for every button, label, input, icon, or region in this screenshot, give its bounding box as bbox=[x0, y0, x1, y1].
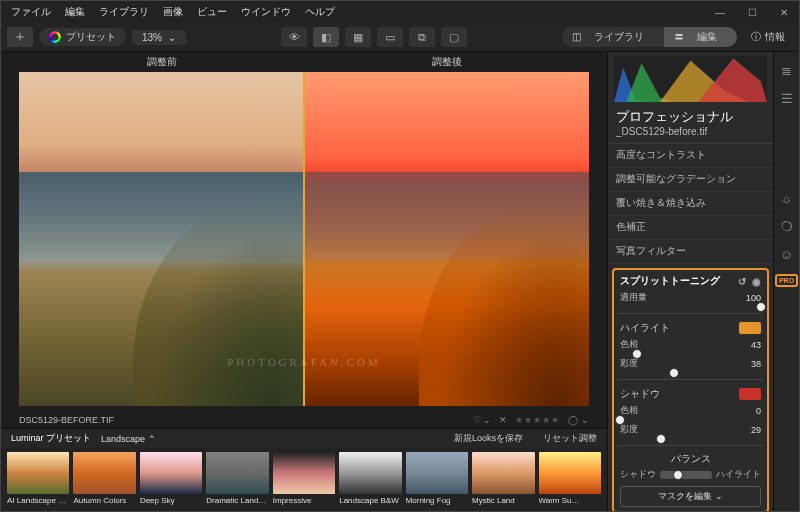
window-maximize-icon[interactable]: ☐ bbox=[747, 7, 757, 17]
toggle-visibility-icon[interactable]: ◉ bbox=[752, 276, 761, 287]
preset-thumb[interactable]: Warm Su… bbox=[539, 452, 601, 505]
menu-edit[interactable]: 編集 bbox=[65, 5, 85, 19]
menu-file[interactable]: ファイル bbox=[11, 5, 51, 19]
menu-image[interactable]: 画像 bbox=[163, 5, 183, 19]
histogram bbox=[614, 56, 767, 102]
menu-window[interactable]: ウインドウ bbox=[241, 5, 291, 19]
balance-left-label: シャドウ bbox=[620, 469, 656, 481]
tab-library[interactable]: ◫ ライブラリ bbox=[562, 27, 664, 47]
menu-view[interactable]: ビュー bbox=[197, 5, 227, 19]
highlight-swatch[interactable] bbox=[739, 322, 761, 334]
workspace-tabs: ◫ ライブラリ 〓 編集 bbox=[562, 27, 737, 47]
menubar: ファイル 編集 ライブラリ 画像 ビュー ウインドウ ヘルプ — ☐ ✕ bbox=[1, 1, 799, 23]
filename-caption: DSC5129-BEFORE.TIF bbox=[19, 415, 114, 425]
preset-filmstrip: AI Landscape E… Autumn Colors Deep Sky D… bbox=[1, 448, 607, 511]
color-tag-icon[interactable]: ◯ ⌄ bbox=[568, 415, 589, 425]
menu-help[interactable]: ヘルプ bbox=[305, 5, 335, 19]
window-close-icon[interactable]: ✕ bbox=[779, 7, 789, 17]
eye-toggle-icon[interactable]: 👁 bbox=[281, 27, 307, 47]
reset-adjust-button[interactable]: リセット調整 bbox=[543, 432, 597, 445]
preset-category[interactable]: Landscape ⌃ bbox=[101, 434, 156, 444]
tool-adv-contrast[interactable]: 高度なコントラスト bbox=[608, 144, 773, 168]
zoom-value: 13% bbox=[142, 32, 162, 43]
preset-ring-icon bbox=[49, 31, 61, 43]
highlight-heading: ハイライト bbox=[620, 322, 670, 335]
image-after bbox=[305, 72, 589, 406]
edit-panel: プロフェッショナル _DSC5129-before.tif 高度なコントラスト … bbox=[607, 52, 773, 511]
single-view-icon[interactable]: ▭ bbox=[377, 27, 403, 47]
panel-title: プロフェッショナル bbox=[608, 104, 773, 126]
amount-value: 100 bbox=[746, 293, 761, 303]
preset-thumb[interactable]: Landscape B&W bbox=[339, 452, 401, 505]
image-canvas[interactable]: PHOTOGRAFAN.COM bbox=[19, 72, 589, 406]
edit-mask-button[interactable]: マスクを編集 ⌄ bbox=[620, 486, 761, 507]
tool-rail: ≣ ☰ ☼ ❍ ☺ PRO bbox=[773, 52, 799, 511]
preset-selector[interactable]: プリセット bbox=[39, 28, 126, 46]
tool-photo-filter[interactable]: 写真フィルター bbox=[608, 240, 773, 264]
crop-icon[interactable]: ⧉ bbox=[409, 27, 435, 47]
tab-edit[interactable]: 〓 編集 bbox=[664, 27, 737, 47]
info-icon: ⓘ bbox=[751, 30, 761, 44]
brush-creative-icon[interactable]: ❍ bbox=[779, 218, 795, 234]
layers-icon[interactable]: ≣ bbox=[779, 62, 795, 78]
toolbar: ＋ プリセット 13% ⌄ 👁 ◧ ▦ ▭ ⧉ ▢ ◫ ライブラリ 〓 編集 ⓘ… bbox=[1, 23, 799, 52]
fullscreen-icon[interactable]: ▢ bbox=[441, 27, 467, 47]
shadow-swatch[interactable] bbox=[739, 388, 761, 400]
panel-filename: _DSC5129-before.tif bbox=[608, 126, 773, 144]
split-toning-panel: スプリットトーニング ↺ ◉ 適用量 100 ハイライト 色相43 彩度38 bbox=[612, 268, 769, 511]
label-after: 調整後 bbox=[304, 52, 607, 72]
preset-label: プリセット bbox=[66, 30, 116, 44]
balance-right-label: ハイライト bbox=[716, 469, 761, 481]
compare-split-icon[interactable]: ◧ bbox=[313, 27, 339, 47]
tool-dodge-burn[interactable]: 覆い焼き＆焼き込み bbox=[608, 192, 773, 216]
shadow-heading: シャドウ bbox=[620, 388, 660, 401]
sun-essentials-icon[interactable]: ☼ bbox=[779, 190, 795, 206]
face-portrait-icon[interactable]: ☺ bbox=[779, 246, 795, 262]
preset-group-label: Luminar プリセット bbox=[11, 432, 91, 445]
preset-thumb[interactable]: Morning Fog bbox=[406, 452, 468, 505]
balance-heading: バランス bbox=[620, 452, 761, 466]
preset-thumb[interactable]: Dramatic Lands… bbox=[206, 452, 268, 505]
save-look-button[interactable]: 新規Looksを保存 bbox=[454, 432, 523, 445]
balance-slider[interactable] bbox=[660, 471, 712, 479]
favorite-heart-icon[interactable]: ♡ ⌄ bbox=[473, 415, 492, 425]
grid-view-icon[interactable]: ▦ bbox=[345, 27, 371, 47]
image-before bbox=[19, 72, 303, 406]
window-minimize-icon[interactable]: — bbox=[715, 7, 725, 17]
adjust-sliders-icon[interactable]: ☰ bbox=[779, 90, 795, 106]
chevron-down-icon: ⌄ bbox=[168, 32, 176, 43]
preset-thumb[interactable]: Autumn Colors bbox=[73, 452, 135, 505]
menu-library[interactable]: ライブラリ bbox=[99, 5, 149, 19]
preset-thumb[interactable]: Impressive bbox=[273, 452, 335, 505]
amount-label: 適用量 bbox=[620, 291, 647, 304]
preset-thumb[interactable]: Deep Sky bbox=[140, 452, 202, 505]
reset-icon[interactable]: ↺ bbox=[738, 276, 746, 287]
rating-stars[interactable]: ★★★★★ bbox=[515, 415, 560, 425]
info-chip[interactable]: ⓘ 情報 bbox=[743, 27, 793, 47]
add-button[interactable]: ＋ bbox=[7, 27, 33, 47]
tool-color-correct[interactable]: 色補正 bbox=[608, 216, 773, 240]
filmstrip-header: Luminar プリセット Landscape ⌃ 新規Looksを保存 リセッ… bbox=[1, 428, 607, 448]
pro-badge-icon[interactable]: PRO bbox=[775, 274, 798, 287]
preset-thumb[interactable]: Mystic Land bbox=[472, 452, 534, 505]
tool-adj-gradation[interactable]: 調整可能なグラデーション bbox=[608, 168, 773, 192]
preset-thumb[interactable]: AI Landscape E… bbox=[7, 452, 69, 505]
zoom-select[interactable]: 13% ⌄ bbox=[132, 30, 186, 45]
split-title: スプリットトーニング bbox=[620, 274, 720, 288]
file-rating-bar: DSC5129-BEFORE.TIF ♡ ⌄ ✕ ★★★★★ ◯ ⌄ bbox=[1, 412, 607, 428]
reject-icon[interactable]: ✕ bbox=[499, 415, 507, 425]
compare-labels: 調整前 調整後 bbox=[1, 52, 607, 72]
label-before: 調整前 bbox=[1, 52, 304, 72]
